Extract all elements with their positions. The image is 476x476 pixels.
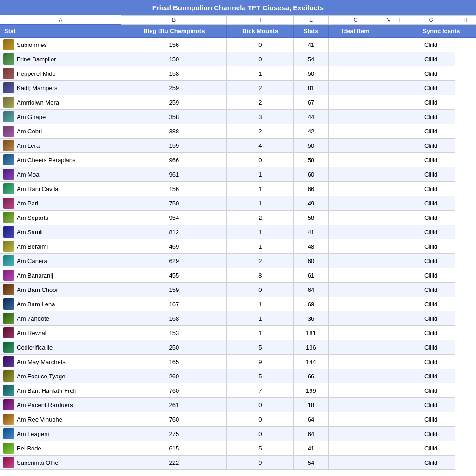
- avatar: [3, 226, 14, 238]
- player-name: Am Bam Choor: [17, 286, 58, 293]
- header-ideal-item: Ideal Item: [328, 25, 383, 38]
- bick-mounts-value: 0: [227, 412, 294, 427]
- synnc-icants-value: Cliild: [407, 297, 455, 311]
- synnc-icants-value: Cliild: [407, 239, 455, 254]
- stat-cell: Am Separts: [0, 211, 121, 225]
- col-f-value: [383, 66, 395, 81]
- bick-mounts-value: 2: [227, 81, 294, 95]
- table-row: Am Bam Lena167169Cliild: [0, 297, 476, 311]
- stats-value: 41: [294, 38, 328, 52]
- col-g-value: [395, 239, 407, 254]
- stats-value: 18: [294, 398, 328, 412]
- avatar: [3, 385, 14, 396]
- synnc-icants-value: Cliild: [407, 211, 455, 225]
- bick-mounts-value: 8: [227, 268, 294, 283]
- synnc-icants-value: Cliild: [407, 66, 455, 81]
- col-f-value: [383, 153, 395, 167]
- bick-mounts-value: 0: [227, 153, 294, 167]
- stat-cell: Am Gnape: [0, 110, 121, 124]
- bleg-btu-value: 167: [121, 297, 227, 311]
- stat-cell: Bel Bode: [0, 441, 121, 456]
- stats-value: 181: [294, 326, 328, 340]
- stat-cell: Superimai Offie: [0, 456, 121, 470]
- stat-cell: Am Cobri: [0, 124, 121, 139]
- synnc-icants-value: Cliild: [407, 383, 455, 398]
- header-stat: Stat: [0, 25, 121, 38]
- col-letter-h: H: [455, 16, 476, 25]
- ideal-item-value: [328, 383, 383, 398]
- col-g-value: [395, 441, 407, 456]
- ideal-item-value: [328, 139, 383, 153]
- synnc-icants-value: Cliild: [407, 441, 455, 456]
- bleg-btu-value: 159: [121, 283, 227, 297]
- avatar: [3, 212, 14, 223]
- bleg-btu-value: 259: [121, 95, 227, 110]
- bleg-btu-value: 222: [121, 456, 227, 470]
- stat-cell: Am Lera: [0, 139, 121, 153]
- col-g-value: [395, 182, 407, 196]
- col-f-value: [383, 95, 395, 110]
- table-row: Am Cobri388242Cliild: [0, 124, 476, 139]
- ideal-item-value: [328, 456, 383, 470]
- stat-cell: Am Moal: [0, 167, 121, 182]
- synnc-icants-value: Cliild: [407, 52, 455, 66]
- stat-cell: Am Canera: [0, 254, 121, 268]
- player-name: Am Cheets Peraplans: [17, 157, 75, 164]
- avatar: [3, 126, 14, 137]
- stat-cell: Am Cheets Peraplans: [0, 153, 121, 167]
- avatar: [3, 457, 14, 468]
- synnc-icants-value: Cliild: [407, 95, 455, 110]
- col-f-value: [383, 182, 395, 196]
- table-row: Am Canera629260Cliild: [0, 254, 476, 268]
- bleg-btu-value: 156: [121, 182, 227, 196]
- column-headers-row: Stat Bleg Btu Champinots Bick Mounts Sta…: [0, 25, 476, 38]
- synnc-icants-value: Cliild: [407, 311, 455, 326]
- col-g-value: [395, 383, 407, 398]
- synnc-icants-value: Cliild: [407, 81, 455, 95]
- table-row: Am Banaranij455861Cliild: [0, 268, 476, 283]
- col-f-value: [383, 412, 395, 427]
- ideal-item-value: [328, 340, 383, 355]
- bick-mounts-value: 0: [227, 283, 294, 297]
- col-f-value: [383, 268, 395, 283]
- bleg-btu-value: 168: [121, 311, 227, 326]
- stats-value: 60: [294, 254, 328, 268]
- ideal-item-value: [328, 66, 383, 81]
- ideal-item-value: [328, 81, 383, 95]
- ideal-item-value: [328, 211, 383, 225]
- player-name: Am Ree Vihuohe: [17, 416, 62, 423]
- col-letter-v: V: [383, 16, 395, 25]
- header-col-v: [383, 25, 395, 38]
- ideal-item-value: [328, 182, 383, 196]
- avatar: [3, 169, 14, 180]
- bick-mounts-value: 1: [227, 326, 294, 340]
- ideal-item-value: [328, 196, 383, 211]
- stats-value: 64: [294, 427, 328, 441]
- header-bick-mounts: Bick Mounts: [227, 25, 294, 38]
- stats-value: 41: [294, 225, 328, 239]
- col-f-value: [383, 196, 395, 211]
- col-g-value: [395, 38, 407, 52]
- table-row: Am 7andote168136Cliild: [0, 311, 476, 326]
- bick-mounts-value: 1: [227, 225, 294, 239]
- stat-cell: Am Rani Cavila: [0, 182, 121, 196]
- stat-cell: Am Focuce Tyage: [0, 369, 121, 383]
- bick-mounts-value: 2: [227, 124, 294, 139]
- avatar: [3, 428, 14, 439]
- col-g-value: [395, 124, 407, 139]
- table-row: Am May Marchets1659144Cliild: [0, 355, 476, 369]
- bick-mounts-value: 5: [227, 340, 294, 355]
- stats-value: 58: [294, 153, 328, 167]
- table-row: Codierlficallle2505136Cliild: [0, 340, 476, 355]
- stats-value: 60: [294, 167, 328, 182]
- bleg-btu-value: 760: [121, 383, 227, 398]
- stat-cell: Codierlficallle: [0, 340, 121, 355]
- stat-cell: Am Beraimi: [0, 239, 121, 254]
- ideal-item-value: [328, 326, 383, 340]
- table-row: Bel Bode615541Cliild: [0, 441, 476, 456]
- col-f-value: [383, 139, 395, 153]
- avatar: [3, 414, 14, 425]
- player-name: Am 7andote: [17, 315, 49, 322]
- player-name: Am Pari: [17, 200, 38, 207]
- bick-mounts-value: 2: [227, 211, 294, 225]
